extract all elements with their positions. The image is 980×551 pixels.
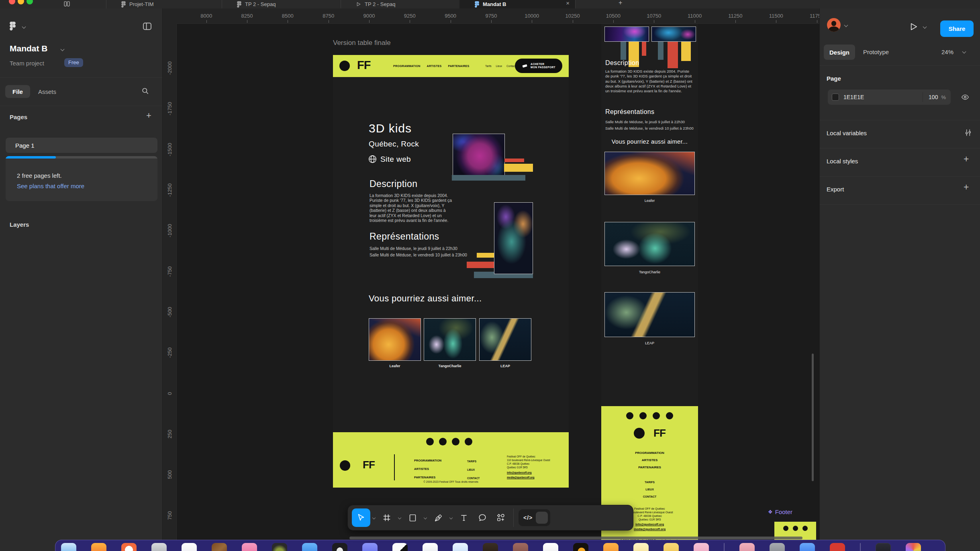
avatar-chevron-icon[interactable] xyxy=(844,23,848,27)
nav-link[interactable]: PARTENAIRES xyxy=(448,65,470,67)
dock-app-icon[interactable] xyxy=(633,543,649,551)
dock-app-icon[interactable] xyxy=(664,543,679,551)
footer-link[interactable]: ARTISTES xyxy=(601,457,698,464)
suggestion-thumb-tangocharlie[interactable] xyxy=(424,318,476,361)
tab-prototype[interactable]: Prototype xyxy=(863,49,889,55)
move-tool-chevron-icon[interactable] xyxy=(370,516,378,519)
dock-app-icon[interactable] xyxy=(242,543,257,551)
add-style-icon[interactable]: + xyxy=(964,154,969,165)
email-link[interactable]: info@quebecoff.org xyxy=(507,470,534,475)
dock-app-icon[interactable] xyxy=(830,543,845,551)
artboard-title[interactable]: Version table finale xyxy=(333,39,391,47)
suggestion-thumb-leafer[interactable] xyxy=(369,318,421,361)
file-title-chevron-icon[interactable] xyxy=(61,47,65,51)
footer-link[interactable]: CONTACT xyxy=(601,493,698,500)
dock-app-icon[interactable] xyxy=(182,543,197,551)
tab-assets[interactable]: Assets xyxy=(38,88,56,95)
present-play-icon[interactable] xyxy=(909,22,918,31)
main-menu-chevron-icon[interactable] xyxy=(22,25,26,29)
dock-app-icon[interactable] xyxy=(392,543,408,551)
nav-link[interactable]: PROGRAMMATION xyxy=(393,65,421,67)
add-page-icon[interactable]: + xyxy=(146,110,151,121)
window-minimize-button[interactable] xyxy=(18,0,24,4)
dock-app-icon[interactable] xyxy=(272,543,287,551)
canvas-vertical-scrollbar[interactable] xyxy=(812,354,814,481)
frame-tool-chevron-icon[interactable] xyxy=(396,516,403,519)
avatar[interactable] xyxy=(827,18,841,32)
see-plans-link[interactable]: See plans that offer more xyxy=(17,183,84,189)
frame-tool-button[interactable] xyxy=(378,508,396,527)
opacity-value[interactable]: 100 xyxy=(929,94,938,100)
nav-link[interactable]: Tarifs xyxy=(485,65,492,67)
footer-link[interactable]: LIEUX xyxy=(467,466,480,474)
dock-app-icon[interactable] xyxy=(362,543,378,551)
artboard-mobile[interactable]: Description La formation 3D KIDS existe … xyxy=(601,24,698,540)
band-photo-secondary[interactable] xyxy=(494,202,533,274)
dock-app-icon[interactable] xyxy=(694,543,709,551)
footer-link[interactable]: PARTENAIRES xyxy=(601,464,698,471)
footer-link[interactable]: PROGRAMMATION xyxy=(414,456,441,465)
stage-photo[interactable] xyxy=(604,26,649,42)
footer-component-row[interactable]: ❖ Footer xyxy=(768,508,792,515)
artboard-desktop[interactable]: FF PROGRAMMATIONARTISTESPARTENAIRES Tari… xyxy=(333,55,569,488)
tab-mandat-b-active[interactable]: Mandat B × xyxy=(459,0,575,8)
dock-app-icon[interactable] xyxy=(483,543,498,551)
tab-overview-icon[interactable] xyxy=(63,0,70,7)
visibility-eye-icon[interactable] xyxy=(961,93,969,101)
dock-app-icon[interactable] xyxy=(770,543,785,551)
buy-passport-button[interactable]: ACHETER MON PASSEPORT xyxy=(515,59,562,73)
nav-link[interactable]: Lieux xyxy=(496,65,502,67)
present-chevron-icon[interactable] xyxy=(923,25,927,29)
local-variables-label[interactable]: Local variables xyxy=(827,130,867,136)
pen-tool-chevron-icon[interactable] xyxy=(447,516,455,519)
tab-projet-tim[interactable]: Projet-TIM xyxy=(106,0,222,8)
footer-link[interactable]: TARIFS xyxy=(467,457,480,466)
page-row-page1[interactable]: Page 1 xyxy=(6,138,157,153)
add-export-icon[interactable]: + xyxy=(964,182,969,193)
dock-app-icon[interactable] xyxy=(906,543,921,551)
pen-tool-button[interactable] xyxy=(429,508,447,527)
dock-app-icon[interactable] xyxy=(121,543,137,551)
band-photo-main[interactable] xyxy=(453,134,505,180)
nav-link[interactable]: Contact xyxy=(506,65,515,67)
tab-tp2-sepaq-2[interactable]: TP 2 - Sepaq xyxy=(341,0,456,8)
dock-app-icon[interactable] xyxy=(61,543,76,551)
dock-app-icon[interactable] xyxy=(724,543,725,551)
site-web-link[interactable]: Site web xyxy=(380,155,411,164)
site-logo-dot[interactable] xyxy=(339,61,350,71)
canvas[interactable]: 8000825085008750900092509500975010000102… xyxy=(163,8,819,551)
tab-tp2-sepaq-1[interactable]: TP 2 - Sepaq xyxy=(222,0,337,8)
new-tab-button[interactable]: + xyxy=(619,0,622,6)
shape-tool-button[interactable] xyxy=(403,508,422,527)
dock-app-icon[interactable] xyxy=(423,543,438,551)
window-zoom-button[interactable] xyxy=(27,0,33,4)
footer-link[interactable]: LIEUX xyxy=(601,486,698,493)
footer-link[interactable]: PROGRAMMATION xyxy=(601,449,698,457)
zoom-chevron-icon[interactable] xyxy=(962,50,966,54)
zoom-level[interactable]: 24% xyxy=(941,49,953,55)
tab-file[interactable]: File xyxy=(5,85,30,98)
share-button[interactable]: Share xyxy=(940,20,974,37)
dock-app-icon[interactable] xyxy=(453,543,468,551)
stage-photo[interactable] xyxy=(651,26,696,42)
collapse-panel-icon[interactable] xyxy=(143,22,152,30)
dock-app-icon[interactable] xyxy=(513,543,528,551)
dock-app-icon[interactable] xyxy=(603,543,619,551)
dock-app-icon[interactable] xyxy=(212,543,227,551)
search-icon[interactable] xyxy=(141,87,149,95)
nav-link[interactable]: ARTISTES xyxy=(427,65,442,67)
dock-app-icon[interactable] xyxy=(91,543,106,551)
suggestion-thumb-leafer[interactable] xyxy=(604,152,695,195)
dock-app-icon[interactable] xyxy=(876,543,891,551)
export-label[interactable]: Export xyxy=(827,186,844,193)
figma-logo-icon[interactable] xyxy=(10,22,16,30)
move-tool-button[interactable] xyxy=(352,508,370,527)
dock-app-icon[interactable] xyxy=(573,543,588,551)
email-link[interactable]: media@quebecoff.org xyxy=(507,475,534,480)
tab-design[interactable]: Design xyxy=(824,45,855,60)
footer-link[interactable]: ARTISTES xyxy=(414,465,441,473)
actions-tool-button[interactable] xyxy=(492,508,510,527)
dock-app-icon[interactable] xyxy=(860,543,861,551)
dock-app-icon[interactable] xyxy=(332,543,347,551)
dev-mode-toggle[interactable]: </> xyxy=(519,509,550,526)
